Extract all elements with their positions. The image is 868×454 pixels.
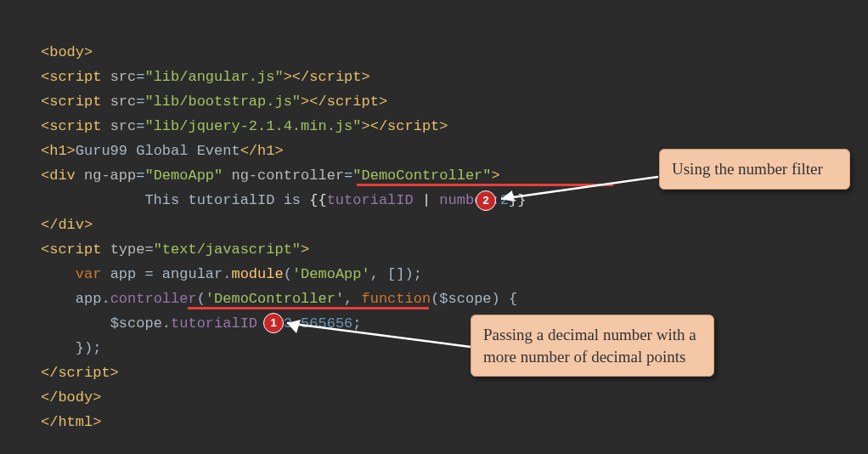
h1-text: Guru99 Global Event <box>76 143 240 159</box>
delim-open: {{ <box>309 192 326 208</box>
str-jquery: "lib/jquery-2.1.4.min.js" <box>144 118 361 134</box>
tag-h1-close: </h1> <box>240 143 284 159</box>
tag-script3-open: <script <box>41 118 101 134</box>
str-angular: "lib/angular.js" <box>144 69 283 85</box>
str-demoapp2: 'DemoApp' <box>292 266 370 282</box>
args-scope: ($scope) { <box>431 291 517 307</box>
comma-11: , <box>344 291 361 307</box>
callout-decimal-number: Passing a decimal number with a more num… <box>471 315 714 377</box>
str-democtrl2: 'DemoController' <box>206 291 344 307</box>
tag-script2-open: <script <box>41 94 101 110</box>
indent10 <box>41 266 76 282</box>
paren-open-10: ( <box>284 266 292 282</box>
tag-html-close: </html> <box>41 414 101 430</box>
attr-type: type <box>110 241 145 258</box>
tag-script4-open: <script <box>41 241 101 258</box>
tag-script1-close: ></script> <box>284 69 370 85</box>
str-democtrl: "DemoController" <box>352 167 491 184</box>
indent13 <box>41 340 76 356</box>
eq-3: = <box>136 118 144 134</box>
arrow-to-badge-2 <box>484 170 662 213</box>
tag-script3-close: ></script> <box>361 118 448 134</box>
tag-script1-open: <script <box>41 69 101 85</box>
kw-function: function <box>362 291 431 307</box>
code-block: <body> <script src="lib/angular.js"></sc… <box>0 0 868 434</box>
tag-h1-open: <h1> <box>41 143 76 159</box>
svg-line-2 <box>287 323 471 347</box>
callout-2-text: Passing a decimal number with a more num… <box>483 326 696 366</box>
svg-line-0 <box>501 177 658 199</box>
tag-body-close: </body> <box>41 389 101 406</box>
attr-src-2: src <box>110 94 137 110</box>
str-bootstrap: "lib/bootstrap.js" <box>144 94 301 110</box>
callout-1-text: Using the number filter <box>672 160 823 178</box>
eq-2: = <box>136 94 144 110</box>
tag-script4-gt: > <box>301 241 309 258</box>
tag-script4-close: </script> <box>41 365 119 381</box>
tag-div-close: </div> <box>41 217 93 233</box>
str-textjs: "text/javascript" <box>154 241 301 258</box>
indent12 <box>41 315 110 332</box>
underline-assignment <box>188 307 429 309</box>
close-13: }); <box>76 340 102 356</box>
prop-controller: controller <box>110 291 197 307</box>
fn-module: module <box>231 266 283 282</box>
eq-ngapp: = <box>136 167 144 184</box>
prop-tutorialid: tutorialID <box>171 315 257 332</box>
svg-marker-1 <box>501 190 514 201</box>
rest-10: , []); <box>370 266 422 282</box>
expr-tutorialid: tutorialID <box>327 192 414 208</box>
indent11 <box>41 291 76 307</box>
eq-1: = <box>136 69 144 85</box>
attr-ngapp: ng-app <box>84 167 136 184</box>
scope-dot: $scope. <box>110 315 171 332</box>
tag-script2-close: ></script> <box>301 94 387 110</box>
svg-marker-3 <box>287 320 301 333</box>
indent7 <box>41 192 144 208</box>
attr-ngctrl: ng-controller <box>231 167 344 184</box>
tag-body-open: <body> <box>41 44 93 60</box>
callout-number-filter: Using the number filter <box>659 149 850 190</box>
arrow-to-badge-1 <box>272 315 476 366</box>
sp10 <box>101 266 110 282</box>
attr-src-1: src <box>110 69 137 85</box>
eq-type: = <box>144 241 153 258</box>
eq-ngctrl: = <box>344 167 352 184</box>
id-app-dot: app. <box>76 291 110 307</box>
tag-div-open: <div <box>41 167 76 184</box>
str-demoapp: "DemoApp" <box>144 167 223 184</box>
kw-var: var <box>76 266 102 282</box>
text-this-is: This tutorialID is <box>144 192 309 208</box>
id-app-angular: app = angular. <box>110 266 232 282</box>
paren-open-11: ( <box>197 291 206 307</box>
pipe: | <box>414 192 440 208</box>
attr-src-3: src <box>110 118 137 134</box>
